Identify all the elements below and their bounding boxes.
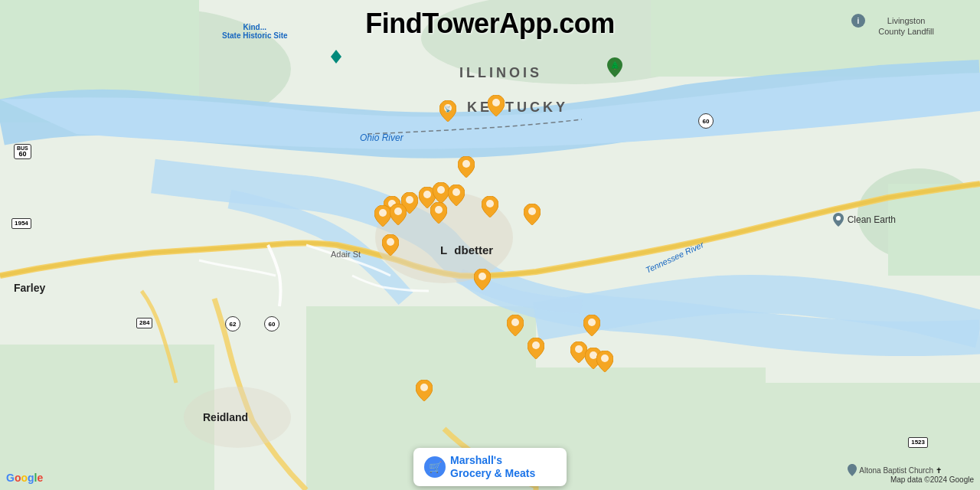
- nature-park-marker[interactable]: 🌲: [607, 57, 622, 80]
- svg-point-20: [406, 196, 413, 204]
- tower-pin[interactable]: [507, 315, 524, 336]
- county-landfill-area: LivingstonCounty Landfill: [878, 15, 934, 38]
- svg-point-36: [601, 354, 609, 362]
- svg-rect-9: [0, 345, 214, 490]
- svg-point-30: [479, 273, 486, 280]
- tower-pin[interactable]: [382, 234, 399, 256]
- tower-pin[interactable]: [416, 380, 433, 401]
- svg-point-25: [394, 207, 402, 215]
- altona-church-area: Altona Baptist Church ✝: [848, 464, 942, 476]
- bus60-shield: BUS 60: [14, 144, 31, 159]
- svg-point-33: [588, 318, 596, 326]
- business-name: Marshall's Grocery & Meats: [450, 454, 535, 480]
- tower-pin[interactable]: [474, 269, 491, 290]
- svg-point-14: [836, 216, 841, 220]
- tower-pin[interactable]: [448, 185, 465, 206]
- svg-text:📡: 📡: [444, 105, 452, 113]
- tower-pin[interactable]: 📡: [439, 100, 456, 122]
- svg-point-22: [437, 186, 445, 194]
- google-logo: Google: [6, 472, 43, 484]
- tower-pin[interactable]: [583, 315, 600, 336]
- tower-pin[interactable]: [390, 204, 407, 225]
- svg-point-23: [452, 188, 460, 196]
- svg-point-37: [420, 384, 428, 391]
- svg-point-24: [379, 209, 387, 217]
- svg-point-18: [462, 160, 470, 168]
- us60-right-shield: 60: [698, 113, 714, 129]
- svg-point-28: [528, 207, 536, 215]
- svg-point-17: [492, 99, 500, 106]
- tower-pin[interactable]: [488, 95, 505, 116]
- tower-pin[interactable]: [374, 205, 391, 227]
- tower-pin[interactable]: [430, 202, 447, 224]
- tower-pin[interactable]: [596, 351, 613, 372]
- us60-lower-shield: 60: [264, 316, 279, 332]
- tower-pin[interactable]: [433, 182, 449, 204]
- svg-point-27: [486, 200, 494, 207]
- ky1523-shield: 1523: [908, 437, 928, 448]
- svg-text:🌲: 🌲: [610, 60, 620, 70]
- svg-point-32: [532, 341, 540, 349]
- tower-pin[interactable]: [524, 204, 541, 225]
- site-title: FindTowerApp.com: [365, 8, 614, 40]
- historic-site-area: Kind... State Historic Site: [222, 23, 288, 40]
- svg-point-31: [511, 318, 519, 326]
- svg-point-34: [575, 345, 583, 353]
- map-container: FindTowerApp.com ILLINOIS KENTUCKY Ohio …: [0, 0, 980, 490]
- svg-point-21: [423, 191, 431, 198]
- tower-pin[interactable]: [528, 338, 544, 359]
- business-card-popup[interactable]: 🛒 Marshall's Grocery & Meats: [413, 448, 567, 486]
- svg-point-29: [387, 238, 394, 246]
- map-attribution: Map data ©2024 Google: [890, 475, 974, 484]
- us62-left-shield: 62: [225, 316, 240, 332]
- shopping-icon: 🛒: [424, 456, 446, 478]
- tower-pin[interactable]: [458, 156, 475, 178]
- svg-point-12: [184, 387, 291, 448]
- svg-point-26: [435, 206, 443, 214]
- tower-pin[interactable]: [482, 196, 498, 217]
- clean-earth-area: Clean Earth: [833, 213, 896, 227]
- landfill-icon: i: [851, 14, 865, 28]
- historic-site-icon: [331, 50, 341, 67]
- ky284-shield: 284: [136, 318, 152, 328]
- ky1954-shield: 1954: [11, 218, 31, 229]
- map-background: [0, 0, 980, 490]
